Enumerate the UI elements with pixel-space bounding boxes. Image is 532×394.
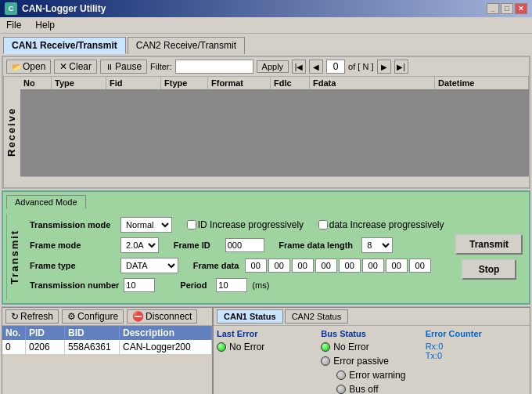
- bus-error-warning-row: Error warning: [336, 370, 422, 381]
- frame-mode-select[interactable]: 2.0A 2.0B: [120, 237, 159, 253]
- bus-off-row: Bus off: [336, 384, 422, 394]
- open-button[interactable]: 📂 Open: [6, 60, 51, 74]
- transmit-button[interactable]: Transmit: [455, 234, 523, 255]
- title-bar: C CAN-Logger Utility _ □ ✕: [0, 0, 532, 17]
- stop-button[interactable]: Stop: [462, 259, 516, 280]
- row-no: 0: [2, 340, 26, 355]
- maximize-button[interactable]: □: [501, 3, 513, 14]
- last-error-title: Last Error: [217, 329, 318, 338]
- frame-data-1[interactable]: [268, 258, 290, 273]
- bottom-left: ↻ Refresh ⚙ Configure ⛔ Disconnect No. P…: [2, 307, 213, 394]
- transmit-row-3: Frame type DATA REMOTE Frame data: [30, 258, 446, 273]
- refresh-button[interactable]: ↻ Refresh: [5, 309, 59, 324]
- bus-no-error-led: [321, 342, 330, 352]
- transmit-fields: Transmission mode Normal Periodic Single…: [23, 214, 452, 300]
- period-unit: (ms): [252, 280, 269, 290]
- id-increase-label[interactable]: ID Increase progressively: [187, 219, 304, 230]
- clear-button[interactable]: ✕ Clear: [54, 60, 97, 74]
- col-datetime: Datetime: [435, 77, 529, 89]
- error-counter-col: Error Counter Rx:0 Tx:0: [426, 329, 527, 394]
- disconnect-button[interactable]: ⛔ Disconnect: [127, 309, 197, 324]
- last-error-col: Last Error No Error: [217, 329, 318, 394]
- transmission-mode-select[interactable]: Normal Periodic Single: [120, 217, 172, 233]
- window-title: CAN-Logger Utility: [22, 3, 106, 14]
- bus-error-passive-row: Error passive: [321, 356, 422, 367]
- row-pid: 0206: [26, 340, 65, 355]
- frame-data-6[interactable]: [386, 258, 408, 273]
- configure-icon: ⚙: [67, 311, 76, 322]
- receive-table-wrapper: Receive No Type Fid Ftype Fformat Fdlc F…: [3, 77, 529, 187]
- transmission-number-input[interactable]: [124, 278, 155, 292]
- nav-last-button[interactable]: ▶|: [394, 60, 408, 74]
- transmit-wrapper: Transmit Transmission mode Normal Period…: [6, 214, 526, 300]
- tx-counter: Tx:0: [426, 351, 527, 360]
- frame-data-4[interactable]: [339, 258, 361, 273]
- transmit-row-1: Transmission mode Normal Periodic Single…: [30, 217, 446, 233]
- period-label: Period: [180, 280, 211, 290]
- col-no-label: No.: [2, 326, 26, 340]
- frame-id-input[interactable]: [225, 238, 264, 252]
- close-button[interactable]: ✕: [515, 3, 527, 14]
- bus-no-error-row: No Error: [321, 342, 422, 352]
- col-no: No: [20, 77, 52, 89]
- tab-advanced-mode[interactable]: Advanced Mode: [6, 195, 86, 209]
- receive-toolbar: 📂 Open ✕ Clear ⏸ Pause Filter: Apply |◀ …: [3, 57, 529, 77]
- bus-error-warning-led: [336, 371, 346, 380]
- minimize-button[interactable]: _: [487, 3, 499, 14]
- frame-data-length-select[interactable]: 81234567: [361, 237, 393, 253]
- bus-error-warning-text: Error warning: [349, 370, 405, 381]
- transmit-buttons: Transmit Stop: [452, 214, 526, 300]
- bottom-right: CAN1 Status CAN2 Status Last Error No Er…: [213, 307, 530, 394]
- receive-section: 📂 Open ✕ Clear ⏸ Pause Filter: Apply |◀ …: [2, 56, 530, 189]
- menu-file[interactable]: File: [3, 19, 24, 31]
- col-pid-label: PID: [26, 326, 65, 340]
- row-desc: CAN-Logger200: [120, 340, 212, 355]
- bus-status-col: Bus Status No Error Error passive Error …: [321, 329, 422, 394]
- tab-can2-status[interactable]: CAN2 Status: [285, 309, 349, 324]
- receive-table-body: [20, 90, 529, 176]
- data-increase-checkbox[interactable]: [318, 220, 328, 230]
- col-fdata: Fdata: [310, 77, 435, 89]
- bottom-section: ↻ Refresh ⚙ Configure ⛔ Disconnect No. P…: [2, 306, 530, 394]
- bus-status-title: Bus Status: [321, 329, 422, 338]
- tab-can1[interactable]: CAN1 Receive/Transmit: [3, 37, 126, 54]
- frame-data-3[interactable]: [315, 258, 337, 273]
- apply-button[interactable]: Apply: [257, 60, 289, 73]
- last-error-text: No Error: [229, 342, 264, 352]
- receive-scrollbar-h[interactable]: [20, 176, 529, 187]
- nav-next-button[interactable]: ▶: [377, 60, 391, 74]
- transmit-tabs: Advanced Mode: [6, 195, 526, 209]
- menu-bar: File Help: [0, 17, 532, 34]
- frame-data-0[interactable]: [245, 258, 267, 273]
- clear-icon: ✕: [59, 61, 67, 72]
- receive-table-header: No Type Fid Ftype Fformat Fdlc Fdata Dat…: [20, 77, 529, 90]
- page-input[interactable]: [326, 60, 345, 74]
- id-increase-checkbox[interactable]: [187, 220, 196, 230]
- filter-input[interactable]: [175, 60, 253, 74]
- status-content: Last Error No Error Bus Status No Error …: [214, 326, 530, 394]
- data-increase-label[interactable]: data Increase progressively: [318, 219, 444, 230]
- top-tabs: CAN1 Receive/Transmit CAN2 Receive/Trans…: [0, 34, 532, 54]
- disconnect-icon: ⛔: [132, 311, 144, 322]
- bus-error-passive-text: Error passive: [333, 356, 389, 367]
- frame-type-select[interactable]: DATA REMOTE: [120, 258, 178, 273]
- tab-can2[interactable]: CAN2 Receive/Transmit: [128, 37, 245, 54]
- open-icon: 📂: [12, 63, 21, 71]
- pause-button[interactable]: ⏸ Pause: [100, 60, 147, 74]
- transmit-row-2: Frame mode 2.0A 2.0B Frame ID Frame data…: [30, 237, 446, 253]
- tab-can1-status[interactable]: CAN1 Status: [217, 309, 283, 324]
- menu-help[interactable]: Help: [32, 19, 58, 31]
- frame-data-5[interactable]: [362, 258, 384, 273]
- frame-data-2[interactable]: [292, 258, 314, 273]
- configure-button[interactable]: ⚙ Configure: [62, 309, 124, 324]
- period-input[interactable]: [216, 278, 247, 292]
- frame-data-7[interactable]: [409, 258, 431, 273]
- nav-prev-button[interactable]: ◀: [309, 60, 323, 74]
- nav-first-button[interactable]: |◀: [292, 60, 306, 74]
- refresh-icon: ↻: [11, 311, 19, 322]
- col-type: Type: [52, 77, 106, 89]
- frame-type-label: Frame type: [30, 261, 116, 270]
- bottom-toolbar: ↻ Refresh ⚙ Configure ⛔ Disconnect: [2, 308, 212, 326]
- bottom-table-row: 0 0206 558A6361 CAN-Logger200: [2, 340, 212, 355]
- bottom-table-header: No. PID BID Description: [2, 326, 212, 340]
